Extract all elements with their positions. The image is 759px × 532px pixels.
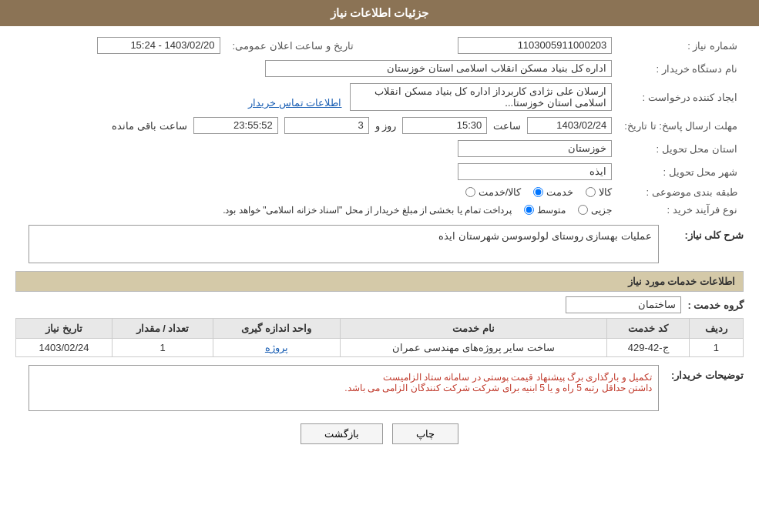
- announce-date-value: 1403/02/20 - 15:24: [15, 34, 227, 57]
- col-header-code: کد خدمت: [607, 319, 689, 339]
- print-button[interactable]: چاپ: [392, 423, 458, 444]
- buyer-org-box: اداره کل بنیاد مسکن انقلاب اسلامی استان …: [265, 60, 612, 77]
- city-label: شهر محل تحویل :: [618, 160, 744, 183]
- time-label: ساعت: [493, 120, 521, 132]
- purchase-motavasset-radio[interactable]: [524, 205, 534, 215]
- created-by-label: ایجاد کننده درخواست :: [618, 80, 744, 114]
- back-button[interactable]: بازگشت: [301, 423, 383, 444]
- request-number-value: 1103005911000203: [360, 34, 619, 57]
- buyer-notes-label: توضیحات خریدار:: [667, 365, 744, 381]
- created-by-row: ارسلان علی نژادی کاربرداز اداره کل بنیاد…: [15, 80, 618, 114]
- buyer-notes-box: تکمیل و بارگذاری برگ پیشنهاد قیمت پوستی …: [29, 365, 659, 411]
- page-title: جزئیات اطلاعات نیاز: [0, 0, 759, 26]
- col-header-name: نام خدمت: [340, 319, 607, 339]
- category-row: کالا خدمت کالا/خدمت: [15, 183, 618, 201]
- category-khedmat-label: خدمت: [546, 186, 573, 198]
- service-group-label: گروه خدمت :: [687, 299, 744, 311]
- service-group-value: ساختمان: [566, 296, 681, 313]
- request-number-label: شماره نیاز :: [618, 34, 744, 57]
- purchase-motavasset-label: متوسط: [537, 205, 566, 216]
- announce-date-label: تاریخ و ساعت اعلان عمومی:: [227, 34, 360, 57]
- province-box: خوزستان: [458, 140, 612, 157]
- cell-row: 1: [689, 339, 743, 357]
- remaining-label: ساعت باقی مانده: [112, 120, 186, 132]
- description-box[interactable]: عملیات بهسازی روستای لولوسوسن شهرستان ای…: [29, 225, 659, 263]
- purchase-type-row: جزیی متوسط پرداخت تمام یا بخشی از مبلغ خ…: [15, 201, 618, 219]
- province-value: خوزستان: [15, 137, 618, 160]
- deadline-row: 1403/02/24 ساعت 15:30 روز و 3 23:55:52 س…: [15, 114, 618, 137]
- description-label: شرح کلی نیاز:: [667, 225, 744, 241]
- services-table: ردیف کد خدمت نام خدمت واحد اندازه گیری ت…: [15, 318, 744, 357]
- cell-date: 1403/02/24: [16, 339, 113, 357]
- city-value: ایذه: [15, 160, 618, 183]
- days-box: 3: [284, 117, 369, 134]
- purchase-type-label: نوع فرآیند خرید :: [618, 201, 744, 219]
- days-label: روز و: [375, 120, 397, 132]
- cell-name: ساخت سایر پروژه‌های مهندسی عمران: [340, 339, 607, 357]
- col-header-row: ردیف: [689, 319, 743, 339]
- date-box: 1403/02/24: [527, 117, 612, 134]
- category-khedmat-radio[interactable]: [533, 187, 543, 197]
- time-box: 15:30: [402, 117, 487, 134]
- province-label: استان محل تحویل :: [618, 137, 744, 160]
- cell-count: 1: [113, 339, 213, 357]
- buyer-org-value: اداره کل بنیاد مسکن انقلاب اسلامی استان …: [15, 57, 618, 80]
- contact-info-link[interactable]: اطلاعات تماس خریدار: [248, 97, 341, 109]
- category-kala-radio[interactable]: [586, 187, 596, 197]
- purchase-type-description: پرداخت تمام یا بخشی از مبلغ خریدار از مح…: [223, 205, 512, 216]
- services-section-title: اطلاعات خدمات مورد نیاز: [15, 271, 744, 292]
- category-kala-khedmat-radio[interactable]: [465, 187, 475, 197]
- category-kala-label: کالا: [599, 186, 612, 198]
- purchase-jozii-label: جزیی: [591, 205, 612, 216]
- category-label: طبقه بندی موضوعی :: [618, 183, 744, 201]
- table-row: 1 ج-42-429 ساخت سایر پروژه‌های مهندسی عم…: [16, 339, 744, 357]
- city-box: ایذه: [458, 163, 612, 180]
- col-header-unit: واحد اندازه گیری: [213, 319, 340, 339]
- col-header-date: تاریخ نیاز: [16, 319, 113, 339]
- category-kala-khedmat-label: کالا/خدمت: [479, 186, 522, 198]
- col-header-count: تعداد / مقدار: [113, 319, 213, 339]
- request-number-box: 1103005911000203: [458, 37, 612, 54]
- announce-date-box: 1403/02/20 - 15:24: [97, 37, 220, 54]
- cell-code: ج-42-429: [607, 339, 689, 357]
- deadline-label: مهلت ارسال پاسخ: تا تاریخ:: [618, 114, 744, 137]
- created-by-box: ارسلان علی نژادی کاربرداز اداره کل بنیاد…: [350, 83, 612, 111]
- buyer-org-label: نام دستگاه خریدار :: [618, 57, 744, 80]
- remaining-box: 23:55:52: [193, 117, 278, 134]
- cell-unit[interactable]: پروژه: [213, 339, 340, 357]
- purchase-jozii-radio[interactable]: [578, 205, 588, 215]
